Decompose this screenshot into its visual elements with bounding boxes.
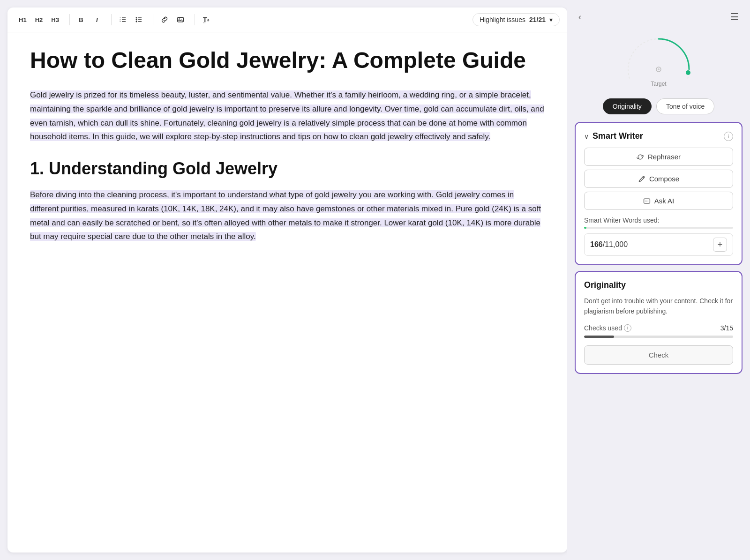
smart-writer-card-header: ∨ Smart Writer i	[584, 131, 733, 141]
svg-point-8	[135, 21, 137, 22]
chart-container: Target	[575, 32, 742, 91]
h2-button[interactable]: H2	[31, 12, 47, 27]
originality-card: Originality Don't get into trouble with …	[575, 271, 742, 374]
divider-2	[111, 14, 112, 25]
add-words-button[interactable]: +	[713, 238, 727, 252]
svg-point-17	[686, 70, 690, 75]
svg-point-20	[645, 201, 646, 202]
originality-title: Originality	[584, 280, 733, 290]
svg-point-16	[658, 68, 660, 70]
tone-of-voice-toggle[interactable]: Tone of voice	[656, 98, 715, 114]
divider-4	[195, 14, 195, 25]
smart-writer-chevron-icon: ∨	[584, 133, 589, 140]
words-count-display: 166/11,000	[590, 240, 628, 249]
checks-row: Checks used i 3/15	[584, 324, 733, 332]
italic-button[interactable]: I	[90, 12, 105, 27]
checks-count-display: 3/15	[720, 324, 733, 332]
toolbar: H1 H2 H3 B I 1 2 3	[8, 7, 567, 32]
svg-point-6	[135, 17, 137, 19]
svg-line-18	[643, 177, 644, 178]
highlight-dropdown[interactable]: Highlight issues 21/21 ▾	[472, 13, 560, 26]
list-group: 1 2 3	[115, 12, 146, 27]
words-progress-fill	[584, 227, 586, 229]
sidebar: ‹ ☰ Target Originality Tone of voice	[567, 0, 750, 560]
highlight-label: Highlight issues	[480, 16, 525, 23]
compose-icon	[638, 175, 645, 183]
document-title: How to Clean Gold Jewelry: A Complete Gu…	[30, 47, 545, 73]
circle-chart	[621, 32, 696, 79]
section-1-heading: 1. Understanding Gold Jewelry	[30, 159, 545, 179]
editor-panel: H1 H2 H3 B I 1 2 3	[8, 7, 567, 553]
h1-button[interactable]: H1	[15, 12, 30, 27]
smart-writer-info-icon[interactable]: i	[724, 132, 733, 141]
insert-group	[157, 12, 188, 27]
chart-target-label: Target	[651, 81, 666, 87]
originality-description: Don't get into trouble with your content…	[584, 296, 733, 317]
highlighted-text-1: Gold jewelry is prized for its timeless …	[30, 90, 544, 141]
svg-point-14	[628, 39, 689, 79]
highlight-count: 21/21	[529, 16, 546, 23]
bold-button[interactable]: B	[74, 12, 89, 27]
smart-writer-title-row: ∨ Smart Writer	[584, 131, 643, 141]
svg-point-22	[647, 201, 648, 202]
compose-button[interactable]: Compose	[584, 170, 733, 188]
svg-point-21	[646, 201, 647, 202]
words-progress-bar	[584, 227, 733, 229]
dropdown-arrow-icon: ▾	[549, 16, 553, 23]
paragraph-1: Gold jewelry is prized for its timeless …	[30, 88, 545, 144]
rephraser-icon	[637, 153, 644, 161]
checks-info-icon[interactable]: i	[624, 324, 631, 332]
sidebar-back-button[interactable]: ‹	[575, 10, 585, 24]
heading-group: H1 H2 H3	[15, 12, 63, 27]
sidebar-menu-button[interactable]: ☰	[727, 9, 742, 24]
h3-button[interactable]: H3	[47, 12, 63, 27]
svg-point-7	[135, 19, 137, 21]
highlighted-text-2: Before diving into the cleaning process,…	[30, 190, 541, 241]
words-count-row: 166/11,000 +	[584, 233, 733, 256]
checks-progress-fill	[584, 336, 614, 338]
checks-used-label: Checks used i	[584, 324, 631, 332]
image-button[interactable]	[173, 12, 188, 27]
svg-text:3: 3	[120, 20, 121, 22]
rephraser-button[interactable]: Rephraser	[584, 148, 733, 166]
divider-3	[153, 14, 153, 25]
compose-label: Compose	[649, 175, 679, 183]
divider-1	[69, 14, 70, 25]
words-used-label: Smart Writer Words used:	[584, 217, 733, 224]
link-button[interactable]	[157, 12, 172, 27]
ordered-list-button[interactable]: 1 2 3	[115, 12, 130, 27]
smart-writer-title: Smart Writer	[592, 131, 643, 141]
ask-ai-icon	[643, 197, 651, 205]
format-group: B I	[74, 12, 105, 27]
toggle-group: Originality Tone of voice	[575, 98, 742, 114]
rephraser-label: Rephraser	[648, 153, 681, 161]
smart-writer-card: ∨ Smart Writer i Rephraser Compose	[575, 122, 742, 265]
editor-content[interactable]: How to Clean Gold Jewelry: A Complete Gu…	[8, 32, 567, 553]
checks-progress-bar	[584, 336, 733, 338]
paragraph-2: Before diving into the cleaning process,…	[30, 188, 545, 244]
check-button[interactable]: Check	[584, 345, 733, 365]
originality-toggle[interactable]: Originality	[603, 98, 652, 114]
ask-ai-label: Ask AI	[654, 197, 675, 205]
svg-point-13	[179, 18, 180, 19]
clear-format-button[interactable]: Tx	[199, 12, 214, 27]
sidebar-header: ‹ ☰	[575, 7, 742, 26]
ask-ai-button[interactable]: Ask AI	[584, 192, 733, 210]
unordered-list-button[interactable]	[131, 12, 146, 27]
